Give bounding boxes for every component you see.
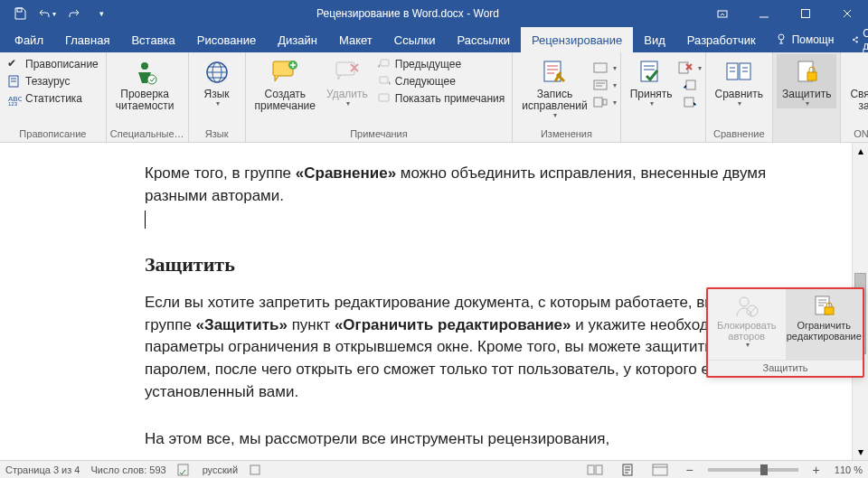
document-area: Кроме того, в группе «Сравнение» можно о… — [0, 143, 868, 460]
group-onenote-label: ONENOTE — [844, 127, 868, 142]
paragraph[interactable]: Кроме того, в группе «Сравнение» можно о… — [145, 163, 796, 207]
protect-button[interactable]: Защитить▾ — [777, 54, 836, 108]
svg-rect-28 — [684, 98, 693, 107]
svg-rect-23 — [594, 98, 602, 107]
tell-me-button[interactable]: Помощн — [767, 27, 844, 52]
group-onenote: N Связанные заметки ONENOTE — [841, 52, 868, 142]
qat-customize-button[interactable]: ▾ — [89, 3, 114, 24]
track-changes-label: Запись исправлений — [522, 89, 587, 112]
accept-button[interactable]: Принять▾ — [625, 54, 678, 108]
zoom-in-button[interactable]: + — [809, 463, 824, 477]
protect-popup-label: Защитить — [708, 360, 863, 376]
zoom-out-button[interactable]: − — [682, 463, 696, 477]
language-button[interactable]: Язык▾ — [193, 54, 241, 108]
thesaurus-button[interactable]: Тезаурус — [5, 73, 100, 89]
paragraph[interactable]: На этом все, мы рассмотрели все инструме… — [145, 428, 796, 451]
protect-dropdown-panel: Блокировать авторов▾ Ограничить редактир… — [706, 287, 864, 378]
word-count-status[interactable]: Число слов: 593 — [90, 464, 165, 475]
web-layout-button[interactable] — [649, 462, 671, 478]
block-authors-label: Блокировать авторов — [717, 320, 776, 342]
svg-rect-24 — [603, 99, 607, 105]
title-bar: ▾ ▾ Рецензирование в Word.docx - Word — [0, 0, 868, 27]
ribbon-options-button[interactable] — [702, 0, 743, 27]
next-comment-button[interactable]: Следующее — [375, 73, 507, 89]
tracking-opt2-button[interactable]: ▾ — [595, 77, 615, 93]
tab-mailings[interactable]: Рассылки — [447, 27, 521, 52]
quick-access-toolbar: ▾ ▾ — [0, 3, 114, 24]
ribbon: ✔Правописание Тезаурус ABC123Статистика … — [0, 52, 868, 143]
word-count-button[interactable]: ABC123Статистика — [5, 90, 100, 107]
scroll-up-button[interactable]: ▴ — [853, 143, 868, 159]
show-comments-button[interactable]: Показать примечания — [375, 90, 507, 107]
delete-comment-button[interactable]: Удалить▾ — [321, 54, 373, 108]
tab-design[interactable]: Дизайн — [267, 27, 328, 52]
tab-review[interactable]: Рецензирование — [521, 27, 633, 52]
svg-point-10 — [141, 62, 148, 70]
svg-rect-45 — [653, 464, 667, 475]
compare-button[interactable]: Сравнить▾ — [710, 54, 769, 108]
svg-rect-17 — [381, 60, 389, 66]
share-label: Общий доступ — [863, 27, 868, 52]
restrict-editing-button[interactable]: Ограничить редактирование — [786, 289, 863, 360]
group-proofing: ✔Правописание Тезаурус ABC123Статистика … — [0, 52, 107, 142]
undo-button[interactable]: ▾ — [34, 3, 60, 24]
tab-insert[interactable]: Вставка — [120, 27, 185, 52]
tell-me-label: Помощн — [792, 33, 835, 46]
heading[interactable]: Защитить — [145, 250, 796, 279]
tab-view[interactable]: Вид — [633, 27, 676, 52]
zoom-slider[interactable] — [708, 468, 798, 472]
group-protect: Защитить▾ — [773, 52, 841, 142]
zoom-level[interactable]: 110 % — [835, 464, 863, 475]
track-changes-button[interactable]: Запись исправлений▾ — [516, 54, 592, 120]
language-status[interactable]: русский — [203, 464, 238, 475]
print-layout-button[interactable] — [617, 462, 638, 478]
tab-draw[interactable]: Рисование — [186, 27, 267, 52]
group-accessibility: Проверка читаемости Специальные… — [107, 52, 189, 142]
prev-change-button[interactable] — [680, 77, 700, 93]
minimize-button[interactable] — [743, 0, 785, 27]
tab-developer[interactable]: Разработчик — [676, 27, 767, 52]
reject-button[interactable]: ▾ — [680, 60, 700, 76]
group-proofing-label: Правописание — [4, 127, 102, 142]
zoom-slider-thumb[interactable] — [760, 464, 768, 475]
group-changes: Принять▾ ▾ — [621, 52, 706, 142]
page-number-status[interactable]: Страница 3 из 4 — [5, 464, 80, 475]
paragraph[interactable]: Если вы хотите запретить редактирование … — [145, 292, 796, 403]
cursor-line[interactable] — [145, 211, 796, 229]
group-changes-label — [625, 127, 702, 142]
maximize-button[interactable] — [785, 0, 826, 27]
tab-file[interactable]: Файл — [4, 27, 54, 52]
macro-status[interactable] — [249, 464, 261, 476]
check-accessibility-button[interactable]: Проверка читаемости — [110, 54, 180, 112]
next-change-button[interactable] — [680, 94, 700, 110]
new-comment-button[interactable]: Создать примечание — [250, 54, 321, 112]
svg-rect-18 — [380, 77, 388, 83]
tab-home[interactable]: Главная — [54, 27, 120, 52]
ribbon-tabs: Файл Главная Вставка Рисование Дизайн Ма… — [0, 27, 868, 52]
previous-comment-button[interactable]: Предыдущее — [375, 56, 507, 72]
tracking-opt1-button[interactable]: ▾ — [595, 60, 615, 76]
tracking-opt3-button[interactable]: ▾ — [595, 94, 615, 110]
previous-comment-label: Предыдущее — [395, 58, 461, 70]
tab-references[interactable]: Ссылки — [383, 27, 447, 52]
restrict-editing-label: Ограничить редактирование — [787, 320, 862, 342]
scroll-down-button[interactable]: ▾ — [853, 444, 868, 460]
group-tracking-label: Изменения — [516, 127, 616, 142]
group-comments-label: Примечания — [250, 127, 509, 142]
redo-button[interactable] — [61, 3, 87, 24]
close-button[interactable] — [826, 0, 868, 27]
block-authors-button[interactable]: Блокировать авторов▾ — [708, 289, 786, 360]
spell-check-status[interactable] — [177, 464, 192, 476]
share-button[interactable]: Общий доступ — [843, 27, 868, 52]
spelling-button[interactable]: ✔Правописание — [5, 56, 100, 72]
group-compare: Сравнить▾ Сравнение — [706, 52, 773, 142]
status-bar: Страница 3 из 4 Число слов: 593 русский … — [0, 460, 868, 478]
linked-notes-button[interactable]: N Связанные заметки — [844, 54, 868, 112]
svg-rect-41 — [250, 465, 259, 474]
save-button[interactable] — [7, 3, 33, 24]
show-comments-label: Показать примечания — [395, 92, 505, 105]
group-protect-label — [777, 127, 836, 142]
tab-layout[interactable]: Макет — [328, 27, 383, 52]
read-mode-button[interactable] — [584, 462, 606, 478]
group-compare-label: Сравнение — [710, 127, 769, 142]
